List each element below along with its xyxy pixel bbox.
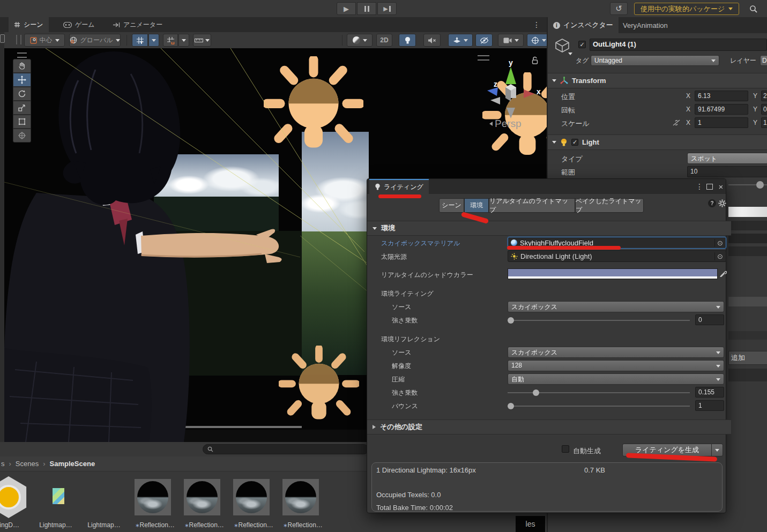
- help-icon[interactable]: ?: [708, 199, 716, 207]
- gameobject-icon-dropdown[interactable]: [568, 53, 572, 55]
- shadow-color-swatch[interactable]: [508, 268, 718, 279]
- sun-source-object-field[interactable]: Directional Light (Light) ⊙: [508, 250, 726, 262]
- lighting-tab-scene[interactable]: シーン: [439, 198, 464, 213]
- slider-track-partial[interactable]: [728, 184, 767, 185]
- scene-lighting-toggle[interactable]: [399, 34, 416, 47]
- reflection-bounces-field[interactable]: 1: [695, 400, 724, 411]
- asset-lightmap-2[interactable]: Lightmap…: [81, 475, 126, 532]
- reflection-resolution-dropdown[interactable]: 128: [508, 360, 724, 371]
- hand-tool-button[interactable]: [13, 59, 31, 73]
- transform-tool-button[interactable]: [13, 129, 31, 143]
- asset-reflection-probe[interactable]: ∗Reflection…: [278, 475, 327, 532]
- reflection-intensity-field[interactable]: 0.155: [695, 387, 724, 398]
- scene-visibility-toggle[interactable]: [475, 34, 493, 47]
- rotation-x-field[interactable]: 91.67499: [695, 104, 748, 115]
- grid-snap-options[interactable]: [148, 34, 159, 47]
- tab-inspector[interactable]: i インスペクター: [548, 17, 619, 33]
- reflection-bounces-slider[interactable]: [508, 406, 690, 407]
- breadcrumb-item-current[interactable]: SampleScene: [50, 460, 95, 468]
- pivot-mode-dropdown[interactable]: 中心: [24, 34, 65, 47]
- other-settings-header[interactable]: その他の設定: [367, 419, 731, 434]
- gear-icon[interactable]: [718, 199, 726, 207]
- skybox-material-label[interactable]: スカイボックスマテリアル: [381, 239, 460, 248]
- environment-section-header[interactable]: 環境: [367, 221, 731, 236]
- light-component-header[interactable]: ✓ Light: [548, 134, 767, 150]
- gameobject-name-field[interactable]: OutLight4 (1): [590, 39, 767, 51]
- slider-handle[interactable]: [756, 181, 764, 189]
- ambient-intensity-slider[interactable]: [508, 320, 690, 321]
- object-picker-icon[interactable]: ⊙: [714, 239, 723, 247]
- panel-edge-icon[interactable]: [0, 34, 5, 43]
- persp-toggle[interactable]: Persp: [489, 118, 522, 130]
- field-partial[interactable]: [728, 246, 767, 256]
- position-y-field[interactable]: 2: [761, 91, 767, 101]
- tab-game[interactable]: ゲーム: [58, 17, 100, 32]
- eyedropper-icon[interactable]: [720, 270, 727, 277]
- overlay-drag-handle[interactable]: [17, 53, 27, 58]
- snap-increment-toggle[interactable]: [163, 34, 178, 47]
- move-tool-button[interactable]: [13, 73, 31, 87]
- breadcrumb-item[interactable]: s: [1, 460, 5, 468]
- tab-very-animation[interactable]: VeryAnimation: [617, 17, 673, 33]
- asset-lightmap-1[interactable]: Lightmap…: [33, 475, 78, 532]
- chevron-down-icon[interactable]: [715, 449, 719, 452]
- position-x-field[interactable]: 6.13: [695, 91, 748, 101]
- field-partial[interactable]: [728, 221, 767, 230]
- scene-tab-menu-button[interactable]: ⋮: [532, 19, 541, 30]
- camera-settings-dropdown[interactable]: [498, 34, 524, 47]
- light-enabled-checkbox[interactable]: ✓: [571, 139, 578, 146]
- snap-increment-options[interactable]: [178, 34, 189, 47]
- reflection-intensity-slider[interactable]: [508, 392, 690, 393]
- toolbar-drag-handle[interactable]: [16, 35, 21, 44]
- draw-mode-dropdown[interactable]: [347, 34, 373, 47]
- background-partial-tab[interactable]: les: [516, 516, 545, 532]
- experimental-packages-dropdown[interactable]: 使用中の実験的パッケージ: [634, 3, 739, 15]
- light-type-dropdown[interactable]: スポット: [687, 153, 767, 164]
- search-button[interactable]: [745, 3, 762, 15]
- pause-button[interactable]: [357, 2, 376, 15]
- lighting-tab-baked-lightmaps[interactable]: ベイクしたライトマップ: [575, 198, 644, 213]
- object-picker-icon[interactable]: ⊙: [714, 252, 723, 260]
- slider-handle[interactable]: [508, 403, 514, 409]
- transform-component-header[interactable]: Transform: [548, 73, 767, 88]
- play-button[interactable]: ▶: [337, 2, 356, 15]
- asset-reflection-probe[interactable]: ∗Reflection…: [229, 475, 278, 532]
- rotation-y-field[interactable]: 0: [761, 104, 767, 115]
- scale-tool-button[interactable]: [13, 101, 31, 115]
- 2d-toggle[interactable]: 2D: [376, 34, 392, 47]
- link-broken-icon[interactable]: [672, 119, 681, 126]
- rect-tool-button[interactable]: [13, 115, 31, 129]
- tab-animator[interactable]: アニメーター: [107, 17, 168, 32]
- measure-tool-button[interactable]: [193, 34, 211, 47]
- tag-dropdown[interactable]: Untagged: [591, 55, 719, 66]
- reflection-source-dropdown[interactable]: スカイボックス: [508, 347, 724, 358]
- field-partial[interactable]: [728, 369, 767, 381]
- close-button[interactable]: ×: [717, 181, 725, 192]
- asset-reflection-probe[interactable]: ∗Reflection…: [130, 475, 180, 532]
- lighting-tab-realtime-lightmaps[interactable]: リアルタイムのライトマップ: [489, 198, 575, 213]
- ambient-intensity-field[interactable]: 0: [695, 314, 724, 325]
- gameobject-active-checkbox[interactable]: ✓: [578, 41, 586, 48]
- gradient-bar-partial[interactable]: [728, 207, 767, 217]
- field-partial[interactable]: [728, 234, 767, 243]
- window-menu-button[interactable]: ⋮: [695, 181, 704, 192]
- slider-handle[interactable]: [508, 317, 514, 324]
- project-search-input[interactable]: [203, 444, 369, 454]
- audio-toggle[interactable]: [423, 34, 441, 47]
- effects-dropdown[interactable]: [448, 34, 473, 47]
- rotate-tool-button[interactable]: [13, 87, 31, 101]
- step-button[interactable]: ▶: [377, 2, 397, 15]
- grid-snap-toggle[interactable]: Y: [132, 34, 148, 47]
- reflection-compression-dropdown[interactable]: 自動: [508, 373, 724, 385]
- ambient-source-dropdown[interactable]: スカイボックス: [508, 301, 724, 312]
- breadcrumb-item[interactable]: Scenes: [16, 460, 39, 468]
- light-range-field[interactable]: 10: [687, 166, 767, 177]
- slider-handle[interactable]: [533, 389, 539, 396]
- tab-scene[interactable]: シーン: [9, 17, 49, 32]
- axis-gizmo-graphic[interactable]: [474, 61, 547, 125]
- asset-lighting-data[interactable]: tingD…: [0, 475, 31, 532]
- orientation-dropdown[interactable]: グローバル: [69, 34, 121, 47]
- add-component-button-partial[interactable]: 追加: [728, 351, 767, 365]
- field-partial[interactable]: [728, 297, 767, 306]
- asset-reflection-probe[interactable]: ∗Reflection…: [180, 475, 229, 532]
